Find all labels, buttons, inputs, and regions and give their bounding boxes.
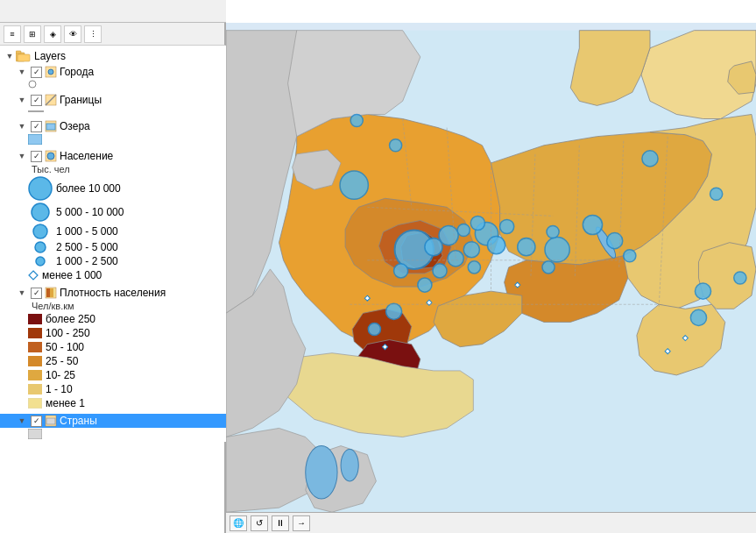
expand-plotnost-btn[interactable]: ▼ — [16, 287, 28, 299]
strany-legend — [0, 428, 226, 440]
toc-toolbar — [0, 0, 226, 23]
naselenie-legend-3: 2 500 - 5 000 — [0, 240, 226, 254]
svg-rect-29 — [28, 384, 42, 394]
checkbox-goroda[interactable] — [31, 67, 42, 78]
naselenie-legend-label-0: более 10 000 — [56, 182, 121, 195]
source-view-btn[interactable]: ◈ — [44, 25, 61, 43]
layer-view-btn[interactable]: ⊞ — [24, 25, 41, 43]
layer-plotnost-row[interactable]: ▼ Плотность населения — [0, 286, 226, 300]
expand-goroda-btn[interactable]: ▼ — [16, 66, 28, 78]
plotnost-legend-label-1: 100 - 250 — [46, 327, 90, 339]
svg-point-75 — [470, 216, 484, 230]
pause-tool-btn[interactable]: ⏸ — [272, 515, 289, 531]
svg-point-17 — [35, 242, 46, 252]
map-svg — [226, 23, 756, 533]
layer-goroda-row[interactable]: ▼ Города — [0, 65, 226, 79]
svg-point-88 — [542, 261, 555, 274]
polygon-layer-icon — [45, 120, 57, 132]
ozera-symbol — [28, 134, 42, 145]
circle-sm-symbol — [28, 256, 53, 266]
expand-ozera-btn[interactable]: ▼ — [16, 120, 28, 132]
plotnost-label: Плотность населения — [60, 287, 166, 299]
svg-rect-10 — [46, 124, 55, 130]
circle-md-symbol — [28, 224, 53, 239]
globe-tool-btn[interactable]: 🌐 — [230, 515, 247, 531]
plotnost-symbol-6 — [28, 398, 42, 409]
checkbox-granicy[interactable] — [31, 95, 42, 106]
svg-point-76 — [418, 278, 432, 292]
naselenie-legend-4: 1 000 - 2 500 — [0, 254, 226, 268]
svg-rect-1 — [16, 51, 21, 53]
layer-granicy-row[interactable]: ▼ Границы — [0, 93, 226, 107]
checkbox-ozera[interactable] — [31, 121, 42, 132]
checkbox-strany[interactable] — [31, 416, 42, 427]
svg-point-84 — [734, 272, 746, 284]
strany-label: Страны — [60, 415, 97, 427]
goroda-symbol — [28, 80, 37, 89]
svg-point-65 — [425, 238, 442, 256]
expand-strany-btn[interactable]: ▼ — [16, 415, 28, 427]
granicy-label: Границы — [60, 94, 102, 106]
svg-point-86 — [390, 139, 402, 152]
svg-point-90 — [468, 261, 480, 274]
svg-point-78 — [394, 264, 408, 278]
list-view-btn[interactable]: ≡ — [4, 25, 21, 43]
expand-naselenie-btn[interactable]: ▼ — [16, 150, 28, 162]
naselenie-label: Население — [60, 150, 113, 162]
plotnost-legend-label-3: 25 - 50 — [46, 355, 78, 367]
circle-lg-symbol — [28, 203, 53, 222]
svg-point-18 — [36, 257, 45, 266]
checkbox-plotnost[interactable] — [31, 288, 42, 299]
toc-root[interactable]: ▼ Layers — [0, 49, 226, 63]
layer-goroda: ▼ Города — [0, 63, 226, 91]
plotnost-symbol-2 — [28, 342, 42, 352]
svg-point-82 — [547, 226, 559, 238]
expand-root-btn[interactable]: ▼ — [4, 50, 16, 62]
naselenie-legend-label-5: менее 1 000 — [42, 269, 102, 281]
svg-rect-22 — [50, 288, 53, 297]
visibility-view-btn[interactable]: 👁 — [64, 25, 81, 43]
svg-rect-21 — [46, 288, 50, 297]
svg-rect-33 — [28, 429, 42, 439]
layer-granicy: ▼ Границы — [0, 91, 226, 117]
svg-point-67 — [518, 238, 535, 256]
plotnost-legend-4: 10- 25 — [0, 368, 226, 382]
svg-point-61 — [340, 171, 368, 199]
options-view-btn[interactable]: ⋮ — [84, 25, 102, 43]
svg-point-85 — [350, 114, 363, 126]
circle-sm2-symbol — [28, 241, 53, 253]
plotnost-legend-1: 100 - 250 — [0, 326, 226, 340]
map-area[interactable]: 🌐 ↺ ⏸ → — [226, 23, 756, 533]
svg-point-4 — [48, 69, 53, 75]
checkbox-naselenie[interactable] — [31, 151, 42, 162]
goroda-label: Города — [60, 66, 94, 78]
svg-point-89 — [457, 224, 470, 236]
refresh-tool-btn[interactable]: ↺ — [251, 515, 268, 531]
plotnost-legend-label-0: более 250 — [46, 313, 95, 325]
svg-rect-32 — [46, 418, 55, 424]
ozera-legend — [0, 133, 226, 146]
svg-point-70 — [463, 242, 479, 258]
svg-rect-11 — [28, 134, 42, 145]
toc-wrapper: ≡ ⊞ ◈ 👁 ⋮ ▼ Layers ▼ — [0, 23, 226, 533]
svg-rect-30 — [28, 398, 42, 409]
svg-point-13 — [47, 153, 54, 160]
granicy-symbol — [28, 108, 44, 115]
layer-ozera-row[interactable]: ▼ Озера — [0, 119, 226, 133]
svg-rect-27 — [28, 356, 42, 366]
svg-point-69 — [386, 303, 402, 319]
root-label: Layers — [34, 50, 66, 62]
svg-point-58 — [341, 450, 358, 481]
svg-point-83 — [710, 188, 723, 200]
expand-granicy-btn[interactable]: ▼ — [16, 94, 28, 106]
layer-naselenie-row[interactable]: ▼ Население — [0, 149, 226, 163]
arrow-tool-btn[interactable]: → — [293, 515, 310, 531]
layer-strany-row[interactable]: ▼ Страны — [0, 414, 226, 428]
svg-point-68 — [448, 251, 463, 266]
layer-ozera: ▼ Озера — [0, 117, 226, 147]
naselenie-legend-5: менее 1 000 — [0, 268, 226, 282]
naselenie-legend-1: 5 000 - 10 000 — [0, 202, 226, 223]
plotnost-legend-6: менее 1 — [0, 396, 226, 410]
svg-rect-2 — [18, 54, 30, 61]
plotnost-legend-label-2: 50 - 100 — [46, 341, 84, 353]
